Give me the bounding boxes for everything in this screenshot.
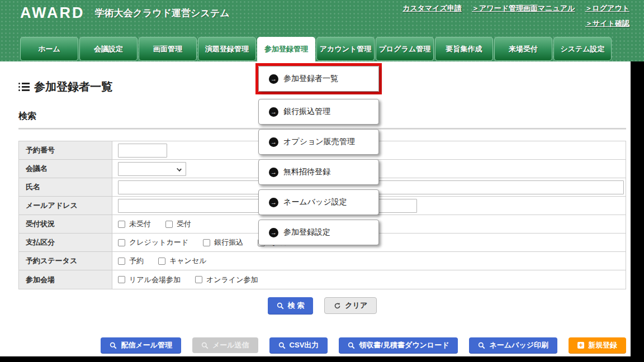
circle-arrow-icon: → — [269, 198, 278, 207]
page-title-text: 参加登録者一覧 — [34, 79, 112, 94]
clear-button[interactable]: クリア — [324, 297, 377, 314]
app-header: AWARD 学術大会クラウド運営システム カスタマイズ申請 ＞アワード管理画面マ… — [0, 0, 644, 61]
checkbox-received[interactable]: 受付 — [165, 219, 191, 229]
menu-item-participant-list[interactable]: → 参加登録者一覧 — [258, 66, 379, 92]
checkbox[interactable] — [118, 276, 125, 283]
field-label: 会議名 — [19, 160, 112, 178]
checkbox-real-venue[interactable]: リアル会場参加 — [118, 275, 181, 285]
checkbox[interactable] — [165, 221, 173, 228]
tab-program-management[interactable]: プログラム管理 — [376, 37, 434, 61]
participation-registration-dropdown: → 参加登録者一覧 → 銀行振込管理 → オプション販売管理 → 無料招待登録 … — [255, 63, 382, 245]
menu-item-free-invitation-registration[interactable]: → 無料招待登録 — [258, 159, 379, 185]
checkbox-reserved[interactable]: 予約 — [118, 256, 144, 266]
form-row-reservation-status: 予約ステータス 予約 キャンセル — [19, 252, 626, 270]
checkbox[interactable] — [118, 258, 125, 265]
tab-account-management[interactable]: アカウント管理 — [316, 37, 375, 61]
search-icon — [277, 302, 284, 309]
field-label: 支払区分 — [19, 234, 112, 251]
list-icon — [18, 82, 30, 92]
menu-item-bank-transfer-management[interactable]: → 銀行振込管理 — [258, 99, 379, 125]
circle-arrow-icon: → — [269, 74, 278, 84]
search-icon — [110, 342, 117, 349]
tab-onsite-reception[interactable]: 来場受付 — [494, 37, 552, 61]
refresh-icon — [334, 302, 341, 309]
tab-conference-settings[interactable]: 会議設定 — [79, 37, 138, 61]
checkbox[interactable] — [158, 258, 165, 265]
checkbox-online[interactable]: オンライン参加 — [195, 275, 258, 285]
search-icon — [201, 342, 209, 349]
checkbox[interactable] — [195, 276, 202, 283]
conference-name-select[interactable] — [118, 162, 186, 176]
tab-system-settings[interactable]: システム設定 — [553, 37, 612, 61]
menu-item-option-sales-management[interactable]: → オプション販売管理 — [258, 129, 379, 155]
menu-item-name-badge-settings[interactable]: → ネームバッジ設定 — [258, 189, 379, 215]
new-registration-button[interactable]: + 新規登録 — [569, 337, 626, 353]
name-badge-print-button[interactable]: ネームバッジ印刷 — [469, 337, 557, 353]
logout-link[interactable]: ＞ログアウト — [585, 3, 629, 13]
checkbox-bank-transfer[interactable]: 銀行振込 — [203, 237, 243, 247]
tab-home[interactable]: ホーム — [20, 37, 78, 61]
checkbox[interactable] — [118, 239, 125, 246]
tab-abstract-book[interactable]: 要旨集作成 — [435, 37, 493, 61]
main-nav: ホーム 会議設定 画面管理 演題登録管理 参加登録管理 アカウント管理 プログラ… — [20, 37, 613, 61]
mail-send-button: メール送信 — [192, 337, 258, 353]
checkbox-credit-card[interactable]: クレジットカード — [118, 237, 188, 247]
circle-arrow-icon: → — [269, 228, 278, 237]
customize-request-link[interactable]: カスタマイズ申請 — [402, 3, 462, 13]
circle-arrow-icon: → — [269, 107, 278, 117]
admin-manual-link[interactable]: ＞アワード管理画面マニュアル — [472, 3, 575, 13]
footer-actions: 配信メール管理 メール送信 CSV出力 領収書/見積書ダウンロード ネームバッジ… — [0, 337, 626, 353]
field-label: 予約ステータス — [19, 252, 112, 270]
search-icon — [478, 342, 485, 349]
search-icon — [278, 342, 286, 349]
menu-item-participation-registration-settings[interactable]: → 参加登録設定 — [258, 220, 379, 245]
receipt-quote-download-button[interactable]: 領収書/見積書ダウンロード — [339, 337, 458, 353]
plus-icon: + — [577, 342, 584, 349]
highlight-red-frame: → 参加登録者一覧 — [255, 63, 382, 94]
checkbox-not-received[interactable]: 未受付 — [118, 219, 151, 229]
search-actions: 検 索 クリア — [18, 297, 626, 314]
circle-arrow-icon: → — [269, 137, 278, 147]
csv-export-button[interactable]: CSV出力 — [269, 337, 328, 353]
field-label: 受付状況 — [19, 215, 112, 233]
screenshot-black-edge-bottom — [0, 356, 644, 362]
checkbox[interactable] — [118, 221, 125, 228]
system-title: 学術大会クラウド運営システム — [95, 7, 230, 20]
reservation-number-input[interactable] — [118, 144, 167, 158]
field-label: メールアドレス — [19, 197, 112, 215]
mail-delivery-management-button[interactable]: 配信メール管理 — [101, 337, 181, 353]
chevron-down-icon — [177, 166, 182, 172]
award-logo: AWARD — [20, 6, 85, 21]
field-label: 氏名 — [19, 178, 112, 196]
circle-arrow-icon: → — [269, 168, 278, 177]
field-label: 予約番号 — [19, 141, 112, 159]
tab-participation-registration[interactable]: 参加登録管理 — [257, 37, 315, 61]
search-section-heading: 検索 — [18, 111, 36, 122]
site-check-link[interactable]: ＞サイト確認 — [585, 18, 629, 28]
tab-screen-management[interactable]: 画面管理 — [139, 37, 197, 61]
tab-abstract-submission[interactable]: 演題登録管理 — [198, 37, 256, 61]
checkbox-cancelled[interactable]: キャンセル — [158, 256, 207, 266]
screenshot-black-edge-right — [631, 61, 644, 362]
form-row-venue: 参加会場 リアル会場参加 オンライン参加 — [19, 270, 626, 289]
checkbox[interactable] — [203, 239, 210, 246]
field-label: 参加会場 — [19, 270, 112, 289]
header-links: カスタマイズ申請 ＞アワード管理画面マニュアル ＞ログアウト ＞サイト確認 — [402, 3, 629, 34]
search-icon — [348, 342, 355, 349]
search-button[interactable]: 検 索 — [268, 297, 314, 314]
page-title: 参加登録者一覧 — [18, 79, 112, 94]
